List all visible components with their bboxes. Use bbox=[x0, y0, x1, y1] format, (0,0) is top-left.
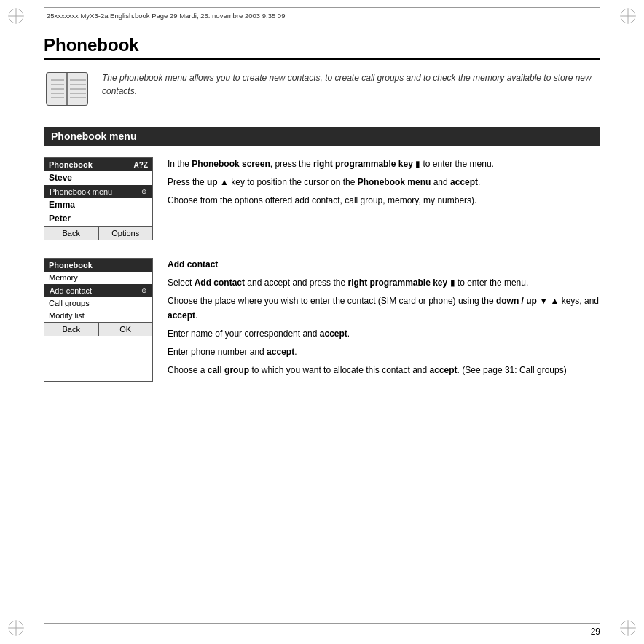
screen1-row-emma: Emma bbox=[44, 198, 152, 212]
screen2-row-add-contact: Add contact ⊕ bbox=[44, 284, 152, 297]
screen2-back-btn[interactable]: Back bbox=[44, 323, 99, 336]
screen1-options-btn[interactable]: Options bbox=[99, 227, 153, 240]
section1-header: Phonebook menu bbox=[44, 127, 600, 146]
screen2-ok-btn[interactable]: OK bbox=[99, 323, 153, 336]
screen2-row-call-groups: Call groups bbox=[44, 297, 152, 310]
screen1-title: Phonebook A?Z bbox=[44, 158, 152, 171]
screen1-back-btn[interactable]: Back bbox=[44, 227, 99, 240]
phonebook-icon bbox=[44, 68, 90, 109]
phone-screen-1: Phonebook A?Z Steve Phonebook menu ⊕ Emm… bbox=[44, 157, 153, 240]
page-header: 25xxxxxxx MyX3-2a English.book Page 29 M… bbox=[44, 7, 600, 23]
page-title: Phonebook bbox=[44, 35, 600, 60]
screen2-row-modify-list: Modify list bbox=[44, 310, 152, 322]
screen1-row-steve: Steve bbox=[44, 171, 152, 185]
screen2-buttons: Back OK bbox=[44, 322, 152, 336]
corner-mark-top-left bbox=[6, 6, 26, 26]
phonebook-menu-section: Phonebook A?Z Steve Phonebook menu ⊕ Emm… bbox=[44, 157, 600, 240]
corner-mark-bottom-left bbox=[6, 618, 26, 638]
screen1-row-peter: Peter bbox=[44, 212, 152, 226]
screen2-instructions: Add contact Select Add contact and accep… bbox=[168, 258, 600, 382]
screen2-row-memory: Memory bbox=[44, 272, 152, 284]
main-content: Phonebook bbox=[44, 35, 600, 609]
corner-mark-bottom-right bbox=[618, 618, 638, 638]
screen1-row-phonebook-menu: Phonebook menu ⊕ bbox=[44, 185, 152, 198]
phone-screen-2: Phonebook Memory Add contact ⊕ Call grou… bbox=[44, 258, 153, 382]
bottom-bar: 29 bbox=[44, 623, 600, 637]
intro-text: The phonebook menu allows you to create … bbox=[102, 68, 600, 98]
corner-mark-top-right bbox=[618, 6, 638, 26]
screen2-title: Phonebook bbox=[44, 259, 152, 272]
screen1-buttons: Back Options bbox=[44, 226, 152, 240]
add-contact-section: Phonebook Memory Add contact ⊕ Call grou… bbox=[44, 258, 600, 382]
screen1-instructions: In the Phonebook screen, press the right… bbox=[168, 157, 600, 240]
page-number: 29 bbox=[591, 627, 600, 637]
intro-section: The phonebook menu allows you to create … bbox=[44, 68, 600, 109]
